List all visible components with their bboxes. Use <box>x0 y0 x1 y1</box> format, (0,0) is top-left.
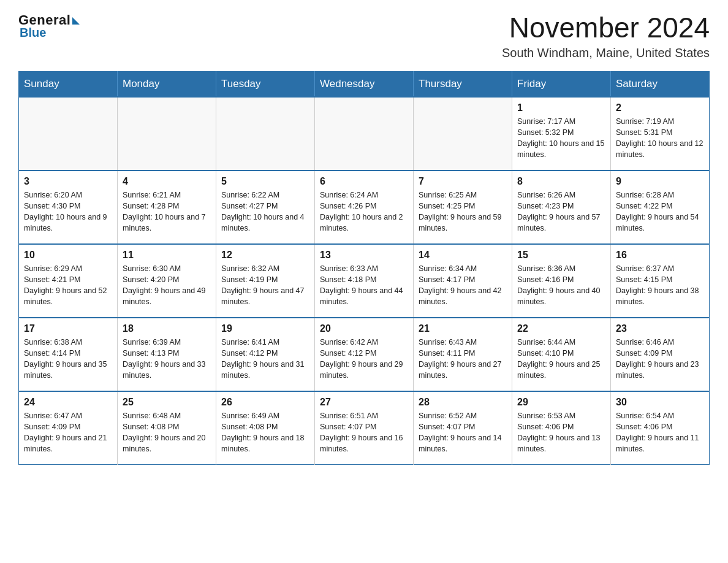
day-number: 22 <box>517 323 605 334</box>
calendar-cell: 24Sunrise: 6:47 AMSunset: 4:09 PMDayligh… <box>19 391 118 465</box>
day-of-week-saturday: Saturday <box>611 71 710 97</box>
day-number: 25 <box>123 397 211 408</box>
day-number: 27 <box>320 397 408 408</box>
calendar-cell: 3Sunrise: 6:20 AMSunset: 4:30 PMDaylight… <box>19 170 118 244</box>
day-info: Sunrise: 7:19 AMSunset: 5:31 PMDaylight:… <box>616 116 704 161</box>
calendar-cell: 4Sunrise: 6:21 AMSunset: 4:28 PMDaylight… <box>118 170 216 244</box>
calendar-cell: 7Sunrise: 6:25 AMSunset: 4:25 PMDaylight… <box>414 170 512 244</box>
calendar-cell: 2Sunrise: 7:19 AMSunset: 5:31 PMDaylight… <box>611 97 710 170</box>
calendar-cell: 11Sunrise: 6:30 AMSunset: 4:20 PMDayligh… <box>118 244 216 318</box>
day-number: 24 <box>24 397 112 408</box>
day-number: 6 <box>320 176 408 187</box>
day-info: Sunrise: 6:32 AMSunset: 4:19 PMDaylight:… <box>221 263 309 308</box>
day-info: Sunrise: 6:53 AMSunset: 4:06 PMDaylight:… <box>517 410 605 455</box>
day-info: Sunrise: 6:36 AMSunset: 4:16 PMDaylight:… <box>517 263 605 308</box>
calendar-cell <box>216 97 315 170</box>
day-number: 28 <box>419 397 507 408</box>
day-info: Sunrise: 6:41 AMSunset: 4:12 PMDaylight:… <box>221 337 309 381</box>
logo-blue-text: Blue <box>20 26 46 40</box>
day-info: Sunrise: 6:29 AMSunset: 4:21 PMDaylight:… <box>24 263 112 308</box>
day-info: Sunrise: 6:26 AMSunset: 4:23 PMDaylight:… <box>517 190 605 234</box>
day-number: 4 <box>123 176 211 187</box>
day-number: 30 <box>616 397 704 408</box>
calendar-cell: 27Sunrise: 6:51 AMSunset: 4:07 PMDayligh… <box>315 391 414 465</box>
day-of-week-tuesday: Tuesday <box>216 71 315 97</box>
day-info: Sunrise: 6:28 AMSunset: 4:22 PMDaylight:… <box>616 190 704 234</box>
calendar-cell: 13Sunrise: 6:33 AMSunset: 4:18 PMDayligh… <box>315 244 414 318</box>
day-info: Sunrise: 6:38 AMSunset: 4:14 PMDaylight:… <box>24 337 112 381</box>
calendar-cell: 15Sunrise: 6:36 AMSunset: 4:16 PMDayligh… <box>512 244 611 318</box>
calendar-cell: 5Sunrise: 6:22 AMSunset: 4:27 PMDaylight… <box>216 170 315 244</box>
calendar-cell: 1Sunrise: 7:17 AMSunset: 5:32 PMDaylight… <box>512 97 611 170</box>
calendar-cell <box>19 97 118 170</box>
day-number: 12 <box>221 250 309 261</box>
day-info: Sunrise: 6:21 AMSunset: 4:28 PMDaylight:… <box>123 190 211 234</box>
day-number: 18 <box>123 323 211 334</box>
day-number: 13 <box>320 250 408 261</box>
day-info: Sunrise: 6:34 AMSunset: 4:17 PMDaylight:… <box>419 263 507 308</box>
calendar-week-row: 24Sunrise: 6:47 AMSunset: 4:09 PMDayligh… <box>19 391 710 465</box>
page-header: General Blue November 2024 South Windham… <box>18 12 710 60</box>
day-number: 5 <box>221 176 309 187</box>
calendar-cell: 21Sunrise: 6:43 AMSunset: 4:11 PMDayligh… <box>414 318 512 391</box>
day-of-week-friday: Friday <box>512 71 611 97</box>
day-number: 23 <box>616 323 704 334</box>
day-info: Sunrise: 6:24 AMSunset: 4:26 PMDaylight:… <box>320 190 408 234</box>
calendar-cell <box>414 97 512 170</box>
day-info: Sunrise: 6:48 AMSunset: 4:08 PMDaylight:… <box>123 410 211 455</box>
calendar-week-row: 3Sunrise: 6:20 AMSunset: 4:30 PMDaylight… <box>19 170 710 244</box>
day-number: 14 <box>419 250 507 261</box>
day-info: Sunrise: 6:52 AMSunset: 4:07 PMDaylight:… <box>419 410 507 455</box>
calendar-cell: 14Sunrise: 6:34 AMSunset: 4:17 PMDayligh… <box>414 244 512 318</box>
day-number: 26 <box>221 397 309 408</box>
day-info: Sunrise: 6:47 AMSunset: 4:09 PMDaylight:… <box>24 410 112 455</box>
day-info: Sunrise: 6:20 AMSunset: 4:30 PMDaylight:… <box>24 190 112 234</box>
day-info: Sunrise: 6:33 AMSunset: 4:18 PMDaylight:… <box>320 263 408 308</box>
calendar-cell: 16Sunrise: 6:37 AMSunset: 4:15 PMDayligh… <box>611 244 710 318</box>
day-of-week-thursday: Thursday <box>414 71 512 97</box>
calendar-cell <box>315 97 414 170</box>
day-number: 19 <box>221 323 309 334</box>
calendar-table: SundayMondayTuesdayWednesdayThursdayFrid… <box>18 71 710 465</box>
logo-arrow-icon <box>72 17 80 25</box>
calendar-cell: 30Sunrise: 6:54 AMSunset: 4:06 PMDayligh… <box>611 391 710 465</box>
logo: General Blue <box>18 12 80 40</box>
day-info: Sunrise: 6:22 AMSunset: 4:27 PMDaylight:… <box>221 190 309 234</box>
calendar-cell: 25Sunrise: 6:48 AMSunset: 4:08 PMDayligh… <box>118 391 216 465</box>
day-number: 16 <box>616 250 704 261</box>
day-number: 17 <box>24 323 112 334</box>
calendar-cell: 22Sunrise: 6:44 AMSunset: 4:10 PMDayligh… <box>512 318 611 391</box>
day-number: 7 <box>419 176 507 187</box>
calendar-cell: 17Sunrise: 6:38 AMSunset: 4:14 PMDayligh… <box>19 318 118 391</box>
calendar-cell: 19Sunrise: 6:41 AMSunset: 4:12 PMDayligh… <box>216 318 315 391</box>
calendar-header-row: SundayMondayTuesdayWednesdayThursdayFrid… <box>19 71 710 97</box>
day-of-week-sunday: Sunday <box>19 71 118 97</box>
day-info: Sunrise: 6:46 AMSunset: 4:09 PMDaylight:… <box>616 337 704 381</box>
day-number: 9 <box>616 176 704 187</box>
day-info: Sunrise: 6:44 AMSunset: 4:10 PMDaylight:… <box>517 337 605 381</box>
day-of-week-monday: Monday <box>118 71 216 97</box>
day-info: Sunrise: 6:51 AMSunset: 4:07 PMDaylight:… <box>320 410 408 455</box>
day-number: 3 <box>24 176 112 187</box>
day-number: 11 <box>123 250 211 261</box>
calendar-week-row: 10Sunrise: 6:29 AMSunset: 4:21 PMDayligh… <box>19 244 710 318</box>
day-info: Sunrise: 6:43 AMSunset: 4:11 PMDaylight:… <box>419 337 507 381</box>
location: South Windham, Maine, United States <box>502 46 710 60</box>
day-info: Sunrise: 6:25 AMSunset: 4:25 PMDaylight:… <box>419 190 507 234</box>
day-number: 21 <box>419 323 507 334</box>
calendar-cell: 28Sunrise: 6:52 AMSunset: 4:07 PMDayligh… <box>414 391 512 465</box>
day-info: Sunrise: 6:37 AMSunset: 4:15 PMDaylight:… <box>616 263 704 308</box>
day-info: Sunrise: 6:54 AMSunset: 4:06 PMDaylight:… <box>616 410 704 455</box>
day-info: Sunrise: 6:42 AMSunset: 4:12 PMDaylight:… <box>320 337 408 381</box>
day-number: 29 <box>517 397 605 408</box>
day-number: 1 <box>517 102 605 113</box>
calendar-cell: 10Sunrise: 6:29 AMSunset: 4:21 PMDayligh… <box>19 244 118 318</box>
calendar-cell: 26Sunrise: 6:49 AMSunset: 4:08 PMDayligh… <box>216 391 315 465</box>
day-info: Sunrise: 7:17 AMSunset: 5:32 PMDaylight:… <box>517 116 605 161</box>
calendar-cell: 12Sunrise: 6:32 AMSunset: 4:19 PMDayligh… <box>216 244 315 318</box>
day-number: 20 <box>320 323 408 334</box>
day-info: Sunrise: 6:39 AMSunset: 4:13 PMDaylight:… <box>123 337 211 381</box>
header-right: November 2024 South Windham, Maine, Unit… <box>502 12 710 60</box>
calendar-cell <box>118 97 216 170</box>
calendar-week-row: 1Sunrise: 7:17 AMSunset: 5:32 PMDaylight… <box>19 97 710 170</box>
